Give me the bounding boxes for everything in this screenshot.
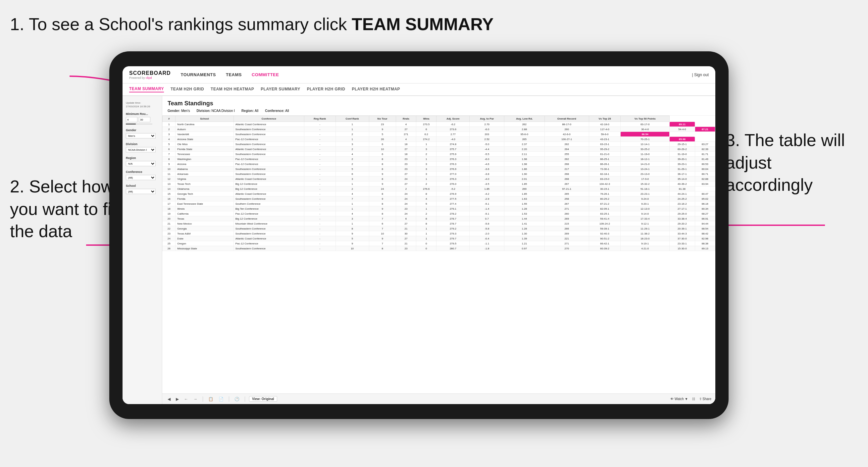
toolbar-divider-2 (229, 397, 229, 402)
table-title: Team Standings (167, 100, 710, 107)
toolbar-prev[interactable]: ◀ (166, 396, 172, 402)
sidebar-school-label: School (126, 184, 159, 187)
table-header-area: Team Standings Gender: Men's Division: N… (162, 96, 715, 116)
table-row: 22GeorgiaSoutheastern Conference-8721127… (163, 226, 715, 231)
toolbar-share[interactable]: ⇧ Share (699, 397, 711, 401)
sidebar-division-label: Division (126, 143, 159, 146)
toolbar-fwd[interactable]: → (192, 396, 199, 402)
col-adj-score: Adj. Score (436, 116, 470, 122)
tab-team-summary[interactable]: TEAM SUMMARY (129, 87, 164, 92)
sidebar-division-select[interactable]: NCAA Division I (126, 147, 156, 152)
sidebar-school-select[interactable]: (All) (126, 189, 156, 194)
filter-conference: Conference: All (265, 109, 289, 113)
col-wins: Wins (416, 116, 436, 122)
tab-player-h2h-grid[interactable]: PLAYER H2H GRID (307, 87, 345, 92)
table-row: 12VirginiaAtlantic Coast Conference-3824… (163, 177, 715, 182)
tablet: SCOREBOARD Powered by clipd TOURNAMENTS … (109, 51, 728, 419)
toolbar-divider-1 (203, 397, 203, 402)
table-row: 17East Tennessee StateSouthern Conferenc… (163, 201, 715, 206)
main-area: Team Standings Gender: Men's Division: N… (162, 96, 715, 404)
tab-player-summary[interactable]: PLAYER SUMMARY (260, 87, 300, 92)
sidebar-region-label: Region (126, 156, 159, 160)
data-table-wrapper[interactable]: # School Conference Reg Rank Conf Rank N… (162, 116, 715, 394)
tab-team-h2h-heatmap[interactable]: TEAM H2H HEATMAP (211, 87, 254, 92)
nav-tournaments[interactable]: TOURNAMENTS (181, 72, 216, 77)
table-row: 26Mississippi StateSoutheastern Conferen… (163, 246, 715, 251)
col-no-tour: No Tour (369, 116, 396, 122)
table-row: 21New MexicoMountain West Conference-162… (163, 221, 715, 226)
sidebar-max-input[interactable] (139, 117, 150, 122)
table-row: 2AuburnSoutheastern Conference-19276273.… (163, 127, 715, 132)
toolbar-clock[interactable]: 🕐 (233, 396, 241, 402)
toolbar-right: 👁 Watch ▼ ☷ ⇧ Share (670, 397, 711, 401)
sidebar-gender-section: Gender Men's (126, 128, 159, 138)
nav-committee[interactable]: COMMITTEE (252, 72, 279, 77)
table-row: 18IllinoisBig Ten Conference-19231279.1-… (163, 206, 715, 211)
table-row: 11ArkansasSoutheastern Conference-692732… (163, 172, 715, 177)
logo-area: SCOREBOARD Powered by clipd (129, 70, 171, 80)
table-row: 19CaliforniaPac-12 Conference-48242278.2… (163, 211, 715, 216)
nav-bar: SCOREBOARD Powered by clipd TOURNAMENTS … (123, 66, 715, 84)
sidebar-slider[interactable] (126, 124, 152, 125)
col-rank: # (163, 116, 176, 122)
table-filters: Gender: Men's Division: NCAA Division I … (167, 109, 710, 113)
col-conference: Conference (234, 116, 304, 122)
sidebar-gender-label: Gender (126, 128, 159, 132)
toolbar-copy[interactable]: 📋 (207, 396, 215, 402)
table-header-row: # School Conference Reg Rank Conf Rank N… (163, 116, 715, 122)
data-table: # School Conference Reg Rank Conf Rank N… (162, 116, 715, 251)
sidebar-slider-fill (126, 124, 136, 125)
toolbar-next[interactable]: ▶ (175, 396, 180, 402)
toolbar-watch[interactable]: 👁 Watch ▼ (670, 397, 688, 401)
tab-player-h2h-heatmap[interactable]: PLAYER H2H HEATMAP (352, 87, 400, 92)
col-avg-par: Avg. to Par (470, 116, 504, 122)
annotation-step1: 1. To see a School's rankings summary cl… (10, 13, 494, 36)
sub-nav: TEAM SUMMARY TEAM H2H GRID TEAM H2H HEAT… (123, 84, 715, 96)
sidebar-conference-label: Conference (126, 170, 159, 174)
toolbar-paste[interactable]: 📄 (217, 396, 225, 402)
sidebar-division-section: Division NCAA Division I (126, 143, 159, 152)
filter-region: Region: All (241, 109, 258, 113)
table-row: 9ArizonaPac-12 Conference-28233276.3-4.6… (163, 162, 715, 166)
table-row: 4Arizona StatePac-12 Conference-1264274.… (163, 137, 715, 142)
table-row: 23Texas A&MSoutheastern Conference-91030… (163, 231, 715, 236)
col-conf-rank: Conf Rank (336, 116, 369, 122)
sidebar-minimum-section: Minimum Rou... (126, 112, 159, 125)
toolbar-view-btn[interactable]: View: Original (249, 396, 277, 402)
table-row: 6Florida StateAtlantic Coast Conference-… (163, 147, 715, 152)
sidebar-update: Update time: 27/03/2024 16:56:26 (126, 101, 159, 108)
sidebar-region-section: Region N/A (126, 156, 159, 166)
col-school: School (176, 116, 234, 122)
col-reg-rank: Reg Rank (304, 116, 336, 122)
toolbar-grid[interactable]: ☷ (692, 397, 695, 401)
table-row: 25OregonPac-12 Conference-97210279.5-1.1… (163, 241, 715, 246)
table-row: 8WashingtonPac-12 Conference-28231276.3-… (163, 157, 715, 162)
tab-team-h2h-grid[interactable]: TEAM H2H GRID (170, 87, 204, 92)
sidebar: Update time: 27/03/2024 16:56:26 Minimum… (123, 96, 162, 404)
col-rnds: Rnds (396, 116, 416, 122)
logo-scoreboard: SCOREBOARD (129, 70, 171, 76)
tablet-screen: SCOREBOARD Powered by clipd TOURNAMENTS … (123, 66, 715, 404)
sidebar-minimum-control (126, 117, 159, 122)
bottom-toolbar: ◀ ▶ ← → 📋 📄 🕐 View: Original 👁 Watch ▼ ☷… (162, 394, 715, 404)
sidebar-region-select[interactable]: N/A (126, 161, 156, 166)
table-row: 13Texas TechBig 12 Conference-19272276.0… (163, 182, 715, 186)
table-row: 24DukeAtlantic Coast Conference-59271279… (163, 236, 715, 241)
toolbar-back[interactable]: ← (183, 396, 189, 402)
nav-teams[interactable]: TEAMS (226, 72, 242, 77)
content-area: Update time: 27/03/2024 16:56:26 Minimum… (123, 96, 715, 404)
sidebar-conference-select[interactable]: (All) (126, 175, 156, 180)
sidebar-conference-section: Conference (All) (126, 170, 159, 180)
filter-division: Division: NCAA Division I (197, 109, 235, 113)
table-row: 3VanderbiltSoutheastern Conference-25271… (163, 132, 715, 137)
table-row: 5Ole MissSoutheastern Conference-3618127… (163, 142, 715, 147)
toolbar-divider-3 (245, 397, 245, 402)
sidebar-min-input[interactable] (126, 117, 137, 122)
table-row: 20TexasBig 12 Conference-3768278.70.71.4… (163, 216, 715, 221)
sidebar-minimum-label: Minimum Rou... (126, 112, 159, 116)
col-overall: Overall Record (545, 116, 589, 122)
sidebar-gender-select[interactable]: Men's (126, 133, 156, 138)
table-row: 16FloridaSoutheastern Conference-7924427… (163, 196, 715, 201)
annotation-step3: 3. The table will adjust accordingly (725, 129, 858, 196)
col-vs-top25: Vs Top 25 (589, 116, 620, 122)
